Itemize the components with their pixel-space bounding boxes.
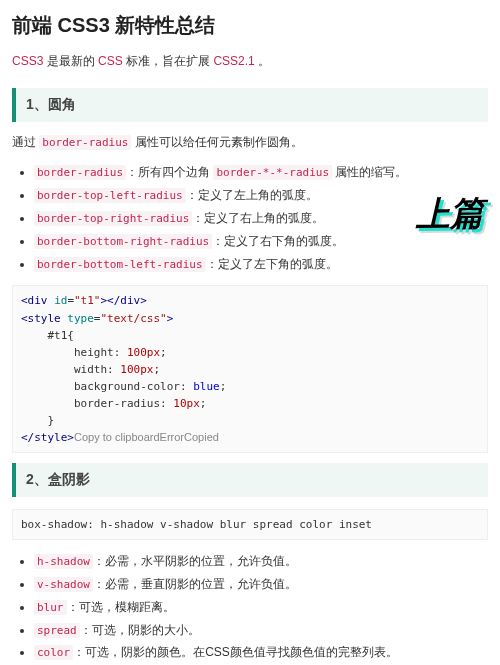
clipboard-status: Copy to clipboardErrorCopied xyxy=(74,431,219,443)
code-inline: spread xyxy=(34,623,80,638)
code-inline: border-radius xyxy=(34,165,126,180)
section-1-header: 1、圆角 xyxy=(12,88,488,122)
code-inline: v-shadow xyxy=(34,577,93,592)
section-2-header: 2、盒阴影 xyxy=(12,463,488,497)
section-2-list: h-shadow：必需，水平阴影的位置，允许负值。 v-shadow：必需，垂直… xyxy=(12,550,488,665)
intro-css: CSS xyxy=(98,54,123,68)
code-inline: border-bottom-left-radius xyxy=(34,257,206,272)
list-item: border-top-left-radius：定义了左上角的弧度。 xyxy=(34,184,488,207)
intro-css21: CSS2.1 xyxy=(213,54,254,68)
list-item: border-bottom-left-radius：定义了左下角的弧度。 xyxy=(34,253,488,276)
section-1-desc: 通过 border-radius 属性可以给任何元素制作圆角。 xyxy=(12,134,488,151)
code-inline: h-shadow xyxy=(34,554,93,569)
list-item: blur：可选，模糊距离。 xyxy=(34,596,488,619)
code-inline: border-bottom-right-radius xyxy=(34,234,212,249)
page-title: 前端 CSS3 新特性总结 xyxy=(12,12,488,39)
code-inline: border-*-*-radius xyxy=(213,165,332,180)
list-item: border-bottom-right-radius：定义了右下角的弧度。 xyxy=(34,230,488,253)
list-item: h-shadow：必需，水平阴影的位置，允许负值。 xyxy=(34,550,488,573)
list-item: v-shadow：必需，垂直阴影的位置，允许负值。 xyxy=(34,573,488,596)
section-1-codeblock: <div id="t1"></div> <style type="text/cs… xyxy=(12,285,488,452)
list-item: border-radius：所有四个边角 border-*-*-radius 属… xyxy=(34,161,488,184)
code-inline: blur xyxy=(34,600,67,615)
intro-paragraph: CSS3 是最新的 CSS 标准，旨在扩展 CSS2.1 。 xyxy=(12,53,488,70)
list-item: color：可选，阴影的颜色。在CSS颜色值寻找颜色值的完整列表。 xyxy=(34,641,488,664)
intro-css3: CSS3 xyxy=(12,54,43,68)
list-item: spread：可选，阴影的大小。 xyxy=(34,619,488,642)
code-inline: color xyxy=(34,645,73,660)
list-item: border-top-right-radius：定义了右上角的弧度。 xyxy=(34,207,488,230)
code-inline: border-top-right-radius xyxy=(34,211,192,226)
section-2-syntax: box-shadow: h-shadow v-shadow blur sprea… xyxy=(12,509,488,540)
code-inline: border-top-left-radius xyxy=(34,188,186,203)
code-inline: border-radius xyxy=(39,135,131,150)
section-1-list: border-radius：所有四个边角 border-*-*-radius 属… xyxy=(12,161,488,275)
